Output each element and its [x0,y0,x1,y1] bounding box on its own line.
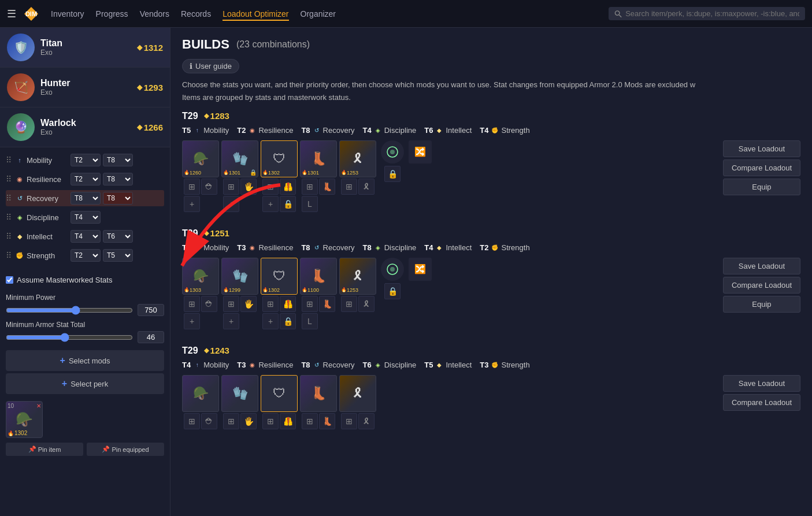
chest-opt-lock-2[interactable]: 🔒 [280,313,296,329]
drag-handle-recovery[interactable]: ⠿ [6,194,12,203]
strength-min-select[interactable]: T2T3 [71,249,101,262]
armor-item-arms-3[interactable]: 🧤 [221,375,258,412]
legs-opt-l-2[interactable]: L [302,313,318,329]
legs-opt-icon[interactable]: 👢 [319,179,335,195]
recovery-min-select[interactable]: T8T7 [71,192,101,205]
class-opt-compare-3[interactable]: ⊞ [341,413,357,429]
chest-opt-lock[interactable]: 🔒 [280,196,296,212]
chest-opt-plus-2[interactable]: + [262,313,279,329]
armor-item-legs-1[interactable]: 👢 🔥1301 [300,140,337,177]
armor-item-class-2[interactable]: 🎗 🔥1253 [339,258,376,295]
assume-masterwork-checkbox[interactable] [6,276,13,284]
recovery-max-select[interactable]: T8T7 [103,192,133,205]
helm-opt-compare-2[interactable]: ⊞ [184,296,200,312]
class-opt-compare-2[interactable]: ⊞ [341,296,357,312]
compare-loadout-btn-1[interactable]: Compare Loadout [723,159,800,176]
legs-opt-compare-2[interactable]: ⊞ [302,296,318,312]
save-loadout-btn-2[interactable]: Save Loadout [723,258,800,274]
shuffle-btn-2[interactable]: 🔀 [409,258,432,281]
chest-opt-icon[interactable]: 🦺 [280,179,296,195]
armor-item-legs-3[interactable]: 👢 [300,375,337,412]
helm-opt-plus[interactable]: + [184,196,200,212]
equip-btn-2[interactable]: Equip [723,296,800,313]
arms-opt-icon-2[interactable]: 🖐 [240,296,257,312]
user-guide-button[interactable]: ℹ User guide [182,59,239,73]
lock-box-2[interactable]: 🔒 [384,283,401,299]
helm-opt-plus-2[interactable]: + [184,313,200,329]
armor-item-legs-2[interactable]: 👢 🔥1100 [300,258,337,295]
intellect-max-select[interactable]: T6T5 [103,230,133,243]
helm-opt-icon-2[interactable]: ⛑ [201,296,217,312]
compare-loadout-btn-2[interactable]: Compare Loadout [723,277,800,294]
chest-opt-compare-3[interactable]: ⊞ [262,413,279,429]
min-armor-stat-slider[interactable] [6,333,133,342]
armor-item-class-3[interactable]: 🎗 [339,375,376,412]
min-armor-stat-value[interactable]: 46 [138,331,164,343]
chest-opt-compare-2[interactable]: ⊞ [262,296,279,312]
nav-inventory[interactable]: Inventory [51,7,84,21]
select-mods-button[interactable]: + Select mods [6,350,164,371]
armor-item-chest-2[interactable]: 🛡 🔥1302 [261,258,298,295]
arms-opt-plus[interactable]: + [223,196,239,212]
mobility-max-select[interactable]: T8T7 [103,154,133,166]
nav-progress[interactable]: Progress [96,7,128,21]
chest-opt-plus[interactable]: + [262,196,279,212]
pin-equipped-button[interactable]: 📌 Pin equipped [87,443,164,456]
helm-opt-icon-3[interactable]: ⛑ [201,413,217,429]
armor-item-chest-3[interactable]: 🛡 [261,375,298,412]
chest-opt-compare[interactable]: ⊞ [262,179,279,195]
helm-opt-helmet[interactable]: ⛑ [201,179,217,195]
resilience-max-select[interactable]: T8T7 [103,173,133,185]
char-titan[interactable]: 🛡️ Titan Exo ◆1312 [0,28,170,68]
legs-opt-compare-3[interactable]: ⊞ [302,413,318,429]
legs-opt-icon-2[interactable]: 👢 [319,296,335,312]
chest-opt-icon-2[interactable]: 🦺 [280,296,296,312]
class-opt-icon-3[interactable]: 🎗 [358,413,375,429]
armor-item-helm-2[interactable]: 🪖 🔥1303 [182,258,219,295]
nav-organizer[interactable]: Organizer [301,7,336,21]
armor-item-helm-3[interactable]: 🪖 [182,375,219,412]
class-opt-compare[interactable]: ⊞ [341,179,357,195]
drag-handle-discipline[interactable]: ⠿ [6,213,12,222]
legs-opt-compare[interactable]: ⊞ [302,179,318,195]
drag-handle-mobility[interactable]: ⠿ [6,155,12,165]
equip-btn-1[interactable]: Equip [723,179,800,195]
nav-vendors[interactable]: Vendors [140,7,169,21]
armor-item-helm-1[interactable]: 🪖 🔥1260 [182,140,219,177]
save-loadout-btn-1[interactable]: Save Loadout [723,140,800,157]
arms-opt-icon[interactable]: 🖐 [240,179,257,195]
armor-item-arms-1[interactable]: 🧤 🔥1301 🔒 [221,140,258,177]
char-hunter[interactable]: 🏹 Hunter Exo ◆1293 [0,68,170,107]
legs-opt-l[interactable]: L [302,196,318,212]
drag-handle-resilience[interactable]: ⠿ [6,175,12,184]
drag-handle-intellect[interactable]: ⠿ [6,232,12,241]
arms-opt-compare-2[interactable]: ⊞ [223,296,239,312]
select-perk-button[interactable]: + Select perk [6,373,164,394]
arms-opt-compare[interactable]: ⊞ [223,179,239,195]
mobility-min-select[interactable]: T2T3T4 [71,154,101,166]
class-opt-icon-2[interactable]: 🎗 [358,296,375,312]
arms-opt-icon-3[interactable]: 🖐 [240,413,257,429]
chest-opt-icon-3[interactable]: 🦺 [280,413,296,429]
resilience-min-select[interactable]: T2T3 [71,173,101,185]
min-power-value[interactable]: 750 [138,304,164,316]
arms-opt-plus-2[interactable]: + [223,313,239,329]
hamburger-menu[interactable]: ☰ [7,8,16,20]
shuffle-btn-1[interactable]: 🔀 [409,140,432,164]
discipline-min-select[interactable]: T4T3 [71,211,101,224]
armor-item-arms-2[interactable]: 🧤 🔥1299 [221,258,258,295]
legs-opt-icon-3[interactable]: 👢 [319,413,335,429]
drag-handle-strength[interactable]: ⠿ [6,251,12,260]
nav-records[interactable]: Records [181,7,211,21]
intellect-min-select[interactable]: T4T3 [71,230,101,243]
min-power-slider[interactable] [6,306,133,315]
lock-box-1[interactable]: 🔒 [384,166,401,182]
strength-max-select[interactable]: T5T4 [103,249,133,262]
search-input[interactable] [625,9,799,18]
compare-loadout-btn-3[interactable]: Compare Loadout [723,394,800,411]
pin-item-button[interactable]: 📌 Pin item [6,443,83,456]
arms-opt-compare-3[interactable]: ⊞ [223,413,239,429]
nav-loadout-optimizer[interactable]: Loadout Optimizer [223,7,288,21]
armor-item-chest-1[interactable]: 🛡 🔥1302 [261,140,298,177]
save-loadout-btn-3[interactable]: Save Loadout [723,375,800,392]
